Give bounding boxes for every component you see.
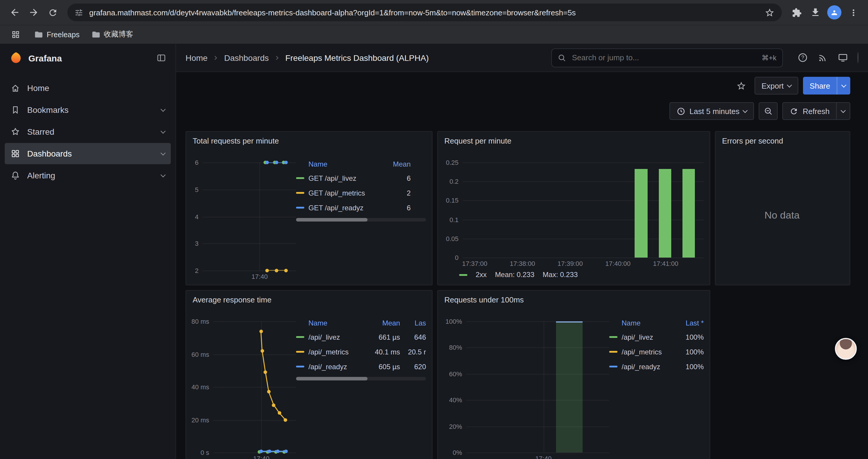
no-data-message: No data — [720, 150, 844, 281]
share-button[interactable]: Share — [803, 77, 837, 95]
sidebar-item-dashboards[interactable]: Dashboards — [5, 143, 171, 164]
legend-row[interactable]: /api/_livez 661 µs 646 — [296, 330, 426, 345]
legend-row[interactable]: GET /api/_livez 6 — [296, 171, 426, 186]
profile-button[interactable] — [826, 4, 843, 21]
chevron-down-icon[interactable] — [161, 150, 166, 155]
browser-menu-button[interactable] — [844, 4, 862, 21]
puzzle-icon — [792, 7, 802, 18]
refresh-icon — [790, 107, 799, 116]
series-mean: Mean: 0.233 — [495, 270, 534, 279]
series-name[interactable]: /api/_readyz — [622, 362, 678, 371]
export-button[interactable]: Export — [754, 77, 798, 95]
series-last: 620 — [400, 362, 426, 371]
forward-button[interactable] — [25, 4, 42, 21]
legend-row[interactable]: /api/_metrics 100% — [609, 345, 704, 359]
legend-col-last[interactable]: Last * — [678, 319, 704, 327]
series-name[interactable]: /api/_livez — [622, 333, 678, 341]
legend-row[interactable]: /api/_livez 100% — [609, 330, 704, 345]
series-name[interactable]: GET /api/_readyz — [308, 203, 378, 212]
collapse-sidebar-button[interactable] — [157, 53, 166, 63]
legend-col-name[interactable]: Name — [296, 160, 378, 168]
time-range-label: Last 5 minutes — [689, 107, 740, 116]
reload-button[interactable] — [44, 4, 61, 21]
kiosk-mode-button[interactable] — [834, 49, 851, 66]
legend-row[interactable]: /api/_metrics 40.1 ms 20.5 r — [296, 345, 426, 359]
panel-header[interactable]: Requests under 100ms — [438, 291, 710, 308]
legend-row[interactable]: GET /api/_readyz 6 — [296, 200, 426, 215]
legend-item[interactable]: 2xx — [459, 270, 487, 279]
url-bar[interactable] — [67, 4, 782, 21]
series-name[interactable]: GET /api/_metrics — [308, 189, 378, 197]
assistant-avatar[interactable] — [835, 338, 857, 360]
panel-header[interactable]: Errors per second — [716, 132, 850, 150]
grafana-header: Home Dashboards Freeleaps Metrics Dashbo… — [176, 44, 868, 72]
legend-col-name[interactable]: Name — [609, 319, 678, 327]
sidebar-item-bookmarks[interactable]: Bookmarks — [5, 99, 171, 121]
sidebar-nav: Home Bookmarks Starred Dashboards — [0, 72, 176, 187]
request-per-minute-chart[interactable]: 0.250.20.150.10.050 17:37:0017:38:0017:3… — [442, 150, 704, 268]
url-input[interactable] — [88, 7, 760, 18]
legend-row[interactable]: GET /api/_metrics 2 — [296, 186, 426, 200]
chevron-down-icon[interactable] — [161, 129, 166, 133]
series-name[interactable]: 2xx — [476, 270, 487, 279]
grafana-logo — [9, 52, 23, 64]
folder-icon — [91, 30, 100, 39]
favorite-star-button[interactable] — [733, 77, 749, 94]
bookmarks-bar: Freeleaps 收藏博客 — [0, 25, 868, 44]
back-button[interactable] — [6, 4, 24, 21]
series-dash — [296, 177, 304, 179]
zoom-out-button[interactable] — [759, 102, 778, 120]
refresh-interval-dropdown[interactable] — [836, 103, 850, 119]
apps-grid-button[interactable] — [8, 28, 23, 42]
clock-icon — [677, 107, 685, 116]
user-avatar[interactable] — [854, 52, 859, 63]
breadcrumb-home[interactable]: Home — [186, 53, 208, 62]
series-name[interactable]: /api/_metrics — [622, 348, 678, 356]
series-name[interactable]: /api/_metrics — [308, 348, 369, 356]
panel-header[interactable]: Total requests per minute — [186, 132, 432, 150]
series-last: 100% — [678, 362, 704, 371]
sidebar-item-alerting[interactable]: Alerting — [5, 165, 171, 186]
chevron-down-icon — [787, 83, 792, 88]
chevron-down-icon[interactable] — [161, 107, 166, 112]
legend-col-mean[interactable]: Mean — [378, 160, 411, 168]
scrollbar-thumb[interactable] — [296, 218, 368, 222]
legend-scrollbar[interactable] — [296, 377, 426, 381]
refresh-button[interactable]: Refresh — [783, 103, 836, 119]
series-name[interactable]: /api/_readyz — [308, 362, 369, 371]
series-dash — [296, 192, 304, 194]
scrollbar-thumb[interactable] — [296, 377, 368, 381]
bookmark-star-icon[interactable] — [765, 7, 775, 18]
downloads-button[interactable] — [807, 4, 824, 21]
sidebar-item-starred[interactable]: Starred — [5, 121, 171, 142]
sidebar-item-home[interactable]: Home — [5, 77, 171, 99]
breadcrumb-dashboards[interactable]: Dashboards — [224, 53, 269, 62]
avg-response-chart[interactable]: 80 ms60 ms40 ms20 ms0 s 17:40 — [191, 308, 296, 459]
folder-icon — [34, 30, 43, 39]
legend-col-mean[interactable]: Mean — [369, 319, 400, 327]
legend-row[interactable]: /api/_readyz 100% — [609, 359, 704, 374]
share-dropdown-button[interactable] — [837, 77, 850, 95]
panel-header[interactable]: Average response time — [186, 291, 432, 308]
series-mean: 661 µs — [369, 333, 400, 341]
extensions-button[interactable] — [788, 4, 805, 21]
time-range-picker[interactable]: Last 5 minutes — [670, 102, 754, 120]
series-name[interactable]: GET /api/_livez — [308, 174, 378, 182]
panel-header[interactable]: Request per minute — [438, 132, 710, 150]
chevron-down-icon[interactable] — [161, 172, 166, 177]
help-button[interactable]: ? — [794, 49, 811, 66]
series-last: 100% — [678, 333, 704, 341]
legend-row[interactable]: /api/_readyz 605 µs 620 — [296, 359, 426, 374]
bookmark-folder-freeleaps[interactable]: Freeleaps — [34, 30, 80, 39]
search-input[interactable] — [571, 53, 757, 63]
series-name[interactable]: /api/_livez — [308, 333, 369, 341]
legend-scrollbar[interactable] — [296, 218, 426, 222]
legend-col-last[interactable]: Las — [400, 319, 426, 327]
search-bar[interactable]: ⌘+k — [551, 48, 783, 67]
total-requests-chart[interactable]: 65432 17:40 — [191, 150, 296, 281]
site-settings-icon[interactable] — [74, 8, 83, 17]
under-100ms-chart[interactable]: 100%80%60%40%20%0% 17:40 — [442, 308, 609, 459]
bookmark-folder-blogs[interactable]: 收藏博客 — [91, 30, 133, 40]
news-button[interactable] — [814, 49, 831, 66]
legend-col-name[interactable]: Name — [296, 319, 369, 327]
